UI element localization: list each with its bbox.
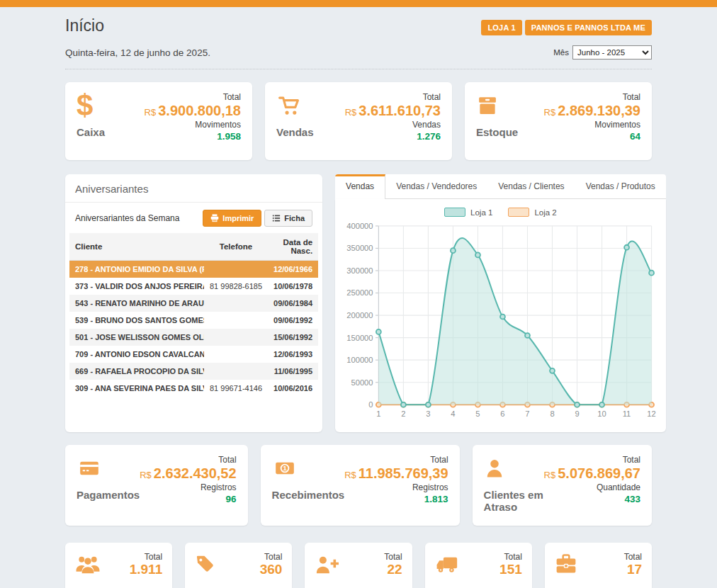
svg-text:50000: 50000: [351, 378, 373, 387]
truck-icon: [435, 552, 459, 576]
svg-text:11: 11: [623, 409, 631, 418]
svg-text:350000: 350000: [346, 244, 373, 252]
printer-icon: [210, 214, 219, 222]
birthdays-panel: Aniversariantes Aniversariantes da Seman…: [65, 174, 322, 432]
svg-text:5: 5: [475, 409, 480, 418]
metric-value: 1.276: [345, 130, 441, 144]
fornecedores-card: Total 151 Fornecedores: [425, 543, 532, 588]
chart-legend: Loja 1 Loja 2: [342, 208, 659, 217]
month-select[interactable]: Junho - 2025: [572, 45, 652, 60]
tab-vendas-produtos[interactable]: Vendas / Produtos: [575, 174, 666, 199]
legend-loja-1: Loja 1: [444, 208, 492, 217]
metric-label: Vendas: [345, 120, 441, 130]
birthday-row[interactable]: 669 - RAFAELA PROCOPIO DA SILVA CA…11/06…: [69, 363, 318, 380]
svg-text:7: 7: [525, 409, 529, 418]
total-label: Total: [384, 552, 402, 562]
current-date: Quinta-feira, 12 de junho de 2025.: [65, 47, 210, 58]
svg-text:12: 12: [647, 409, 655, 418]
cart-icon: [276, 92, 345, 119]
svg-text:3: 3: [426, 409, 430, 418]
users-icon: [75, 552, 101, 576]
col-cliente: Cliente: [69, 233, 204, 261]
birthdays-table-body: 278 - ANTONIO EMIDIO DA SILVA (PALE…12/0…: [69, 261, 318, 397]
top-accent-bar: [0, 0, 717, 7]
total-label: Total: [544, 92, 640, 102]
svg-text:9: 9: [575, 409, 579, 418]
metric-value: 433: [544, 492, 640, 507]
produtos-card: Total 360 Produtos: [185, 543, 292, 588]
legend-swatch-loja-1: [444, 208, 465, 217]
caixa-card: $ Caixa Total R$3.900.800,18 Movimentos …: [65, 82, 252, 160]
card-title: Pagamentos: [77, 489, 140, 501]
birthday-row[interactable]: 543 - RENATO MARINHO DE ARAUJO (F…09/06/…: [69, 295, 318, 312]
mini-cards-row: Total 1.911 Clientes Total 360 Pr: [65, 543, 652, 588]
svg-text:2: 2: [401, 409, 405, 418]
total-value: 17: [624, 562, 642, 577]
svg-text:200000: 200000: [346, 311, 373, 320]
print-button[interactable]: Imprimir: [203, 210, 261, 227]
svg-text:300000: 300000: [346, 266, 373, 275]
total-value: 360: [260, 562, 283, 577]
metric-value: 1.958: [145, 130, 241, 144]
birthday-row[interactable]: 309 - ANA SEVERINA PAES DA SILVA81 99671…: [69, 380, 318, 397]
pagamentos-card: Pagamentos Total R$2.632.430,52 Registro…: [65, 445, 248, 526]
total-value: 22: [384, 562, 402, 577]
stat-cards-row-2: Pagamentos Total R$2.632.430,52 Registro…: [65, 445, 652, 526]
vendas-card: Vendas Total R$3.611.610,73 Vendas 1.276: [265, 82, 452, 160]
total-label: Total: [260, 552, 283, 562]
metric-label: Registros: [140, 482, 236, 492]
dashboard: Início LOJA 1 PANNOS E PANNOS LTDA ME Qu…: [65, 7, 652, 588]
birthday-row[interactable]: 373 - VALDIR DOS ANJOS PEREIRA (AN…81 99…: [69, 278, 318, 295]
total-value: R$5.076.869,67: [544, 465, 640, 482]
birthday-row[interactable]: 539 - BRUNO DOS SANTOS GOMES09/06/1992: [69, 312, 318, 329]
tag-icon: [195, 552, 215, 576]
page-header: Início LOJA 1 PANNOS E PANNOS LTDA ME: [65, 7, 652, 35]
tab-vendas[interactable]: Vendas: [335, 174, 385, 199]
birthdays-subtitle: Aniversariantes da Semana: [75, 213, 179, 223]
total-value: R$3.611.610,73: [345, 102, 441, 120]
user-plus-icon: [315, 552, 339, 576]
ficha-button[interactable]: Ficha: [264, 210, 312, 227]
svg-text:400000: 400000: [346, 222, 373, 230]
birthday-row[interactable]: 501 - JOSE WELISSON GOMES OLIVEIR…15/06/…: [69, 329, 318, 346]
tab-vendas-vendedores[interactable]: Vendas / Vendedores: [385, 174, 487, 199]
chart-tabs: Vendas Vendas / Vendedores Vendas / Clie…: [335, 174, 666, 199]
metric-value: 1.813: [344, 492, 448, 507]
legend-loja-2: Loja 2: [508, 208, 556, 217]
card-title: Vendas: [276, 126, 345, 138]
money-bill-icon: 1: [272, 455, 345, 482]
card-title: Clientes em Atraso: [484, 489, 544, 513]
box-icon: [476, 92, 544, 119]
svg-text:1: 1: [376, 409, 380, 418]
birthday-row[interactable]: 709 - ANTONIO EDSON CAVALCANTE D…12/06/1…: [69, 346, 318, 363]
svg-text:10: 10: [597, 409, 606, 418]
metric-label: Movimentos: [145, 120, 241, 130]
company-button[interactable]: PANNOS E PANNOS LTDA ME: [525, 20, 652, 35]
svg-text:4: 4: [451, 409, 455, 418]
col-telefone: Telefone: [204, 233, 268, 261]
total-label: Total: [344, 455, 448, 465]
total-label: Total: [140, 455, 236, 465]
birthday-row[interactable]: 278 - ANTONIO EMIDIO DA SILVA (PALE…12/0…: [69, 261, 318, 278]
vendedores-card: Total 17 Vendedores: [545, 543, 652, 588]
total-label: Total: [624, 552, 642, 562]
legend-swatch-loja-2: [508, 208, 529, 217]
date-line: Quinta-feira, 12 de junho de 2025. Mês J…: [65, 45, 652, 69]
store-button[interactable]: LOJA 1: [481, 20, 521, 35]
svg-text:0: 0: [368, 400, 373, 409]
clientes-em-atraso-card: Clientes em Atraso Total R$5.076.869,67 …: [473, 445, 652, 526]
card-title: Recebimentos: [272, 489, 345, 501]
clientes-card: Total 1.911 Clientes: [65, 543, 172, 588]
recebimentos-card: 1 Recebimentos Total R$11.985.769,39 Reg…: [261, 445, 460, 526]
total-value: R$11.985.769,39: [344, 465, 448, 482]
tab-vendas-clientes[interactable]: Vendas / Clientes: [487, 174, 575, 199]
col-data-nasc: Data de Nasc.: [268, 233, 318, 261]
birthdays-table-header: Cliente Telefone Data de Nasc.: [69, 233, 318, 261]
total-value: R$3.900.800,18: [145, 102, 241, 120]
total-label: Total: [130, 552, 163, 562]
svg-text:100000: 100000: [346, 356, 373, 364]
card-title: Estoque: [476, 126, 544, 138]
svg-text:8: 8: [550, 409, 554, 418]
total-label: Total: [499, 552, 522, 562]
chart-body: Loja 1 Loja 2 12345678910111205000010000…: [335, 199, 666, 432]
